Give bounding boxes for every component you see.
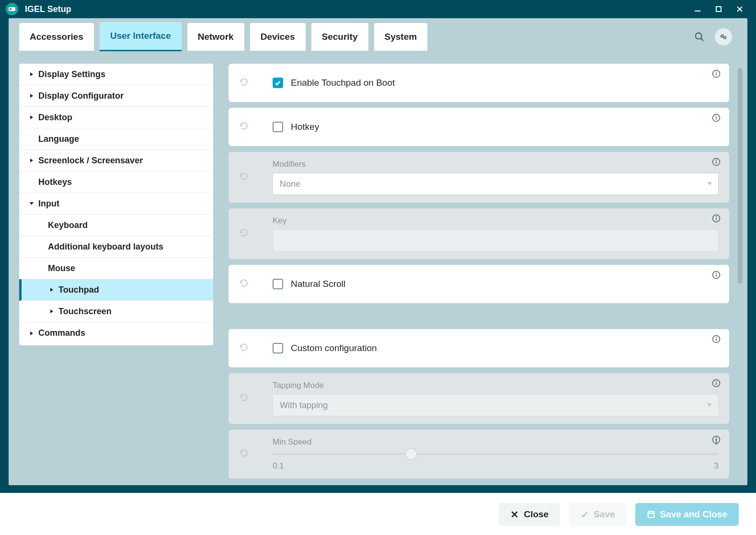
sidebar-label: Hotkeys (38, 177, 72, 187)
info-icon[interactable] (712, 214, 722, 224)
sidebar-label: Touchscreen (58, 307, 112, 317)
svg-marker-16 (50, 309, 53, 313)
svg-point-23 (716, 116, 717, 116)
close-label: Close (524, 509, 549, 520)
sidebar-item-commands[interactable]: Commands (19, 322, 213, 344)
window-close-button[interactable] (729, 0, 750, 18)
minimize-button[interactable] (687, 0, 708, 18)
info-icon[interactable] (712, 158, 722, 167)
scrollbar-thumb[interactable] (738, 68, 743, 284)
sidebar-item-mouse[interactable]: Mouse (19, 258, 213, 279)
settings-column: Enable Touchpad on Boot Hotkey (229, 64, 732, 485)
reset-icon[interactable] (239, 121, 253, 133)
sidebar-item-desktop[interactable]: Desktop (19, 107, 213, 128)
sidebar-item-touchscreen[interactable]: Touchscreen (19, 301, 213, 322)
tab-network[interactable]: Network (187, 23, 244, 51)
svg-point-9 (724, 36, 726, 39)
body-split: Display Settings Display Configurator De… (9, 51, 747, 485)
modifiers-select[interactable]: None (273, 173, 719, 195)
content-panel: Accessories User Interface Network Devic… (9, 18, 747, 485)
svg-line-7 (701, 38, 704, 41)
sidebar-label: Mouse (48, 263, 75, 273)
svg-marker-17 (30, 331, 33, 335)
svg-marker-10 (30, 72, 33, 76)
sidebar-item-additional-keyboard[interactable]: Additional keyboard layouts (19, 236, 213, 258)
svg-point-40 (716, 381, 717, 382)
svg-point-8 (721, 35, 723, 37)
svg-point-20 (716, 72, 717, 72)
tab-accessories[interactable]: Accessories (19, 23, 94, 51)
sidebar-label: Display Settings (38, 69, 105, 80)
reset-icon[interactable] (239, 77, 253, 89)
window-body: Accessories User Interface Network Devic… (0, 18, 756, 493)
sidebar-tree: Display Settings Display Configurator De… (19, 64, 213, 345)
sidebar-label: Language (38, 134, 79, 144)
min-speed-slider[interactable] (273, 448, 719, 460)
reset-icon[interactable] (239, 228, 253, 239)
chevron-right-icon (28, 70, 35, 78)
scrollbar[interactable] (738, 68, 743, 476)
svg-point-30 (716, 216, 717, 217)
min-speed-label: Min Speed (273, 437, 311, 447)
search-icon[interactable] (691, 28, 708, 46)
sidebar-item-language[interactable]: Language (19, 128, 213, 150)
chevron-right-icon (48, 307, 56, 315)
enable-touchpad-checkbox[interactable] (273, 78, 283, 88)
close-button[interactable]: Close (499, 503, 560, 526)
hotkey-checkbox[interactable] (273, 122, 283, 132)
maximize-button[interactable] (708, 0, 729, 18)
sidebar-item-screenlock[interactable]: Screenlock / Screensaver (19, 150, 213, 171)
info-icon[interactable] (712, 335, 722, 344)
reset-icon[interactable] (239, 342, 253, 354)
save-label: Save (594, 509, 615, 520)
key-input[interactable] (273, 229, 719, 251)
save-and-close-button[interactable]: Save and Close (635, 503, 739, 526)
info-icon[interactable] (712, 379, 722, 388)
chevron-down-icon (28, 200, 35, 207)
svg-point-43 (716, 438, 717, 438)
key-label: Key (273, 216, 719, 226)
sidebar-item-keyboard[interactable]: Keyboard (19, 215, 213, 236)
sidebar-label: Desktop (38, 113, 72, 123)
info-icon[interactable] (712, 271, 722, 280)
sidebar-item-hotkeys[interactable]: Hotkeys (19, 171, 213, 193)
svg-marker-37 (707, 404, 712, 407)
custom-config-checkbox[interactable] (273, 343, 283, 353)
tab-system[interactable]: System (374, 23, 428, 51)
chevron-right-icon (48, 286, 56, 294)
tab-user-interface[interactable]: User Interface (100, 22, 182, 51)
natural-scroll-checkbox[interactable] (273, 279, 283, 289)
sidebar-label: Additional keyboard layouts (48, 242, 163, 252)
sidebar-item-display-configurator[interactable]: Display Configurator (19, 85, 213, 107)
reset-icon[interactable] (239, 278, 253, 290)
tapping-mode-value: With tapping (280, 400, 328, 410)
setting-tapping-mode: Tapping Mode With tapping (229, 373, 729, 424)
reset-icon[interactable] (239, 393, 253, 404)
enable-touchpad-label: Enable Touchpad on Boot (291, 78, 395, 88)
sidebar-item-touchpad[interactable]: Touchpad (19, 279, 213, 301)
hotkey-label: Hotkey (291, 122, 319, 132)
natural-scroll-label: Natural Scroll (291, 279, 345, 289)
min-speed-min: 0.1 (273, 461, 284, 471)
modifiers-value: None (280, 179, 300, 189)
svg-point-36 (716, 337, 717, 338)
tab-security[interactable]: Security (311, 23, 368, 51)
settings-extra-icon[interactable] (715, 28, 732, 46)
svg-marker-12 (30, 115, 33, 119)
chevron-right-icon (28, 330, 35, 337)
save-button[interactable]: Save (569, 503, 626, 526)
setting-custom-config: Custom configuration (229, 329, 729, 367)
reset-icon[interactable] (239, 171, 253, 183)
info-icon[interactable] (712, 114, 722, 123)
sidebar-item-display-settings[interactable]: Display Settings (19, 64, 213, 85)
reset-icon[interactable] (239, 448, 253, 460)
slider-thumb[interactable] (405, 448, 417, 460)
svg-marker-14 (30, 202, 34, 205)
setting-modifiers: Modifiers None (229, 152, 729, 203)
tab-devices[interactable]: Devices (250, 23, 306, 51)
tapping-mode-select[interactable]: With tapping (273, 394, 719, 416)
sidebar-item-input[interactable]: Input (19, 193, 213, 215)
custom-config-label: Custom configuration (291, 343, 377, 353)
info-icon[interactable] (712, 69, 722, 79)
info-icon[interactable] (712, 435, 722, 445)
